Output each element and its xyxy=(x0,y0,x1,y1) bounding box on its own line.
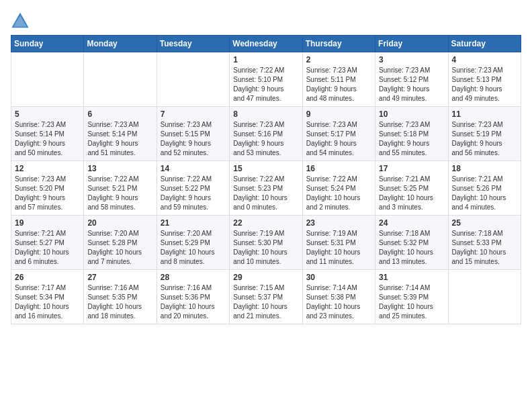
weekday-header: Monday xyxy=(84,36,157,52)
day-info: Sunrise: 7:22 AM Sunset: 5:23 PM Dayligh… xyxy=(233,175,298,212)
day-info: Sunrise: 7:14 AM Sunset: 5:38 PM Dayligh… xyxy=(306,283,371,321)
day-number: 8 xyxy=(233,109,298,119)
calendar-cell: 10Sunrise: 7:23 AM Sunset: 5:18 PM Dayli… xyxy=(375,107,448,161)
day-info: Sunrise: 7:18 AM Sunset: 5:33 PM Dayligh… xyxy=(452,229,517,267)
calendar-cell: 4Sunrise: 7:23 AM Sunset: 5:13 PM Daylig… xyxy=(448,52,521,107)
day-number: 6 xyxy=(87,109,152,119)
calendar-cell: 1Sunrise: 7:22 AM Sunset: 5:10 PM Daylig… xyxy=(230,52,302,107)
weekday-header: Wednesday xyxy=(230,36,302,52)
calendar-week-row: 1Sunrise: 7:22 AM Sunset: 5:10 PM Daylig… xyxy=(11,52,521,107)
calendar-cell: 5Sunrise: 7:23 AM Sunset: 5:14 PM Daylig… xyxy=(11,107,84,161)
day-info: Sunrise: 7:23 AM Sunset: 5:12 PM Dayligh… xyxy=(379,66,444,103)
day-number: 10 xyxy=(379,109,444,119)
day-number: 29 xyxy=(233,273,298,282)
day-info: Sunrise: 7:22 AM Sunset: 5:21 PM Dayligh… xyxy=(87,175,152,212)
day-number: 23 xyxy=(306,218,371,228)
calendar-cell: 13Sunrise: 7:22 AM Sunset: 5:21 PM Dayli… xyxy=(84,161,157,216)
day-info: Sunrise: 7:17 AM Sunset: 5:34 PM Dayligh… xyxy=(15,283,80,321)
calendar-cell xyxy=(448,270,521,324)
day-info: Sunrise: 7:14 AM Sunset: 5:39 PM Dayligh… xyxy=(379,283,444,321)
day-number: 16 xyxy=(306,164,371,173)
day-number: 31 xyxy=(379,273,444,282)
day-number: 15 xyxy=(233,164,298,173)
weekday-header: Friday xyxy=(375,36,448,52)
day-info: Sunrise: 7:20 AM Sunset: 5:28 PM Dayligh… xyxy=(87,229,152,267)
day-info: Sunrise: 7:23 AM Sunset: 5:18 PM Dayligh… xyxy=(379,120,444,158)
day-number: 17 xyxy=(379,164,444,173)
day-number: 2 xyxy=(306,55,371,64)
day-info: Sunrise: 7:21 AM Sunset: 5:27 PM Dayligh… xyxy=(15,229,80,267)
logo xyxy=(11,11,32,30)
day-info: Sunrise: 7:21 AM Sunset: 5:25 PM Dayligh… xyxy=(379,175,444,212)
day-info: Sunrise: 7:23 AM Sunset: 5:20 PM Dayligh… xyxy=(15,175,80,212)
day-number: 20 xyxy=(87,218,152,228)
calendar-cell: 15Sunrise: 7:22 AM Sunset: 5:23 PM Dayli… xyxy=(230,161,302,216)
day-info: Sunrise: 7:23 AM Sunset: 5:13 PM Dayligh… xyxy=(452,66,517,103)
calendar-cell: 26Sunrise: 7:17 AM Sunset: 5:34 PM Dayli… xyxy=(11,270,84,324)
calendar-cell: 16Sunrise: 7:22 AM Sunset: 5:24 PM Dayli… xyxy=(302,161,375,216)
day-number: 19 xyxy=(15,218,80,228)
calendar-cell: 9Sunrise: 7:23 AM Sunset: 5:17 PM Daylig… xyxy=(302,107,375,161)
day-info: Sunrise: 7:20 AM Sunset: 5:29 PM Dayligh… xyxy=(161,229,226,267)
calendar-cell: 27Sunrise: 7:16 AM Sunset: 5:35 PM Dayli… xyxy=(84,270,157,324)
calendar-cell: 17Sunrise: 7:21 AM Sunset: 5:25 PM Dayli… xyxy=(375,161,448,216)
calendar-week-row: 19Sunrise: 7:21 AM Sunset: 5:27 PM Dayli… xyxy=(11,216,521,270)
day-number: 4 xyxy=(452,55,517,64)
logo-icon xyxy=(11,11,30,30)
calendar-cell: 3Sunrise: 7:23 AM Sunset: 5:12 PM Daylig… xyxy=(375,52,448,107)
day-info: Sunrise: 7:22 AM Sunset: 5:22 PM Dayligh… xyxy=(161,175,226,212)
day-info: Sunrise: 7:19 AM Sunset: 5:30 PM Dayligh… xyxy=(233,229,298,267)
calendar-cell: 28Sunrise: 7:16 AM Sunset: 5:36 PM Dayli… xyxy=(157,270,229,324)
main-container: SundayMondayTuesdayWednesdayThursdayFrid… xyxy=(0,0,532,331)
calendar-week-row: 26Sunrise: 7:17 AM Sunset: 5:34 PM Dayli… xyxy=(11,270,521,324)
calendar-cell: 30Sunrise: 7:14 AM Sunset: 5:38 PM Dayli… xyxy=(302,270,375,324)
calendar-table: SundayMondayTuesdayWednesdayThursdayFrid… xyxy=(11,35,521,324)
calendar-cell: 22Sunrise: 7:19 AM Sunset: 5:30 PM Dayli… xyxy=(230,216,302,270)
day-info: Sunrise: 7:16 AM Sunset: 5:35 PM Dayligh… xyxy=(87,283,152,321)
day-number: 27 xyxy=(87,273,152,282)
day-info: Sunrise: 7:18 AM Sunset: 5:32 PM Dayligh… xyxy=(379,229,444,267)
day-number: 11 xyxy=(452,109,517,119)
day-number: 3 xyxy=(379,55,444,64)
calendar-cell xyxy=(157,52,229,107)
calendar-cell: 12Sunrise: 7:23 AM Sunset: 5:20 PM Dayli… xyxy=(11,161,84,216)
day-info: Sunrise: 7:16 AM Sunset: 5:36 PM Dayligh… xyxy=(161,283,226,321)
day-info: Sunrise: 7:21 AM Sunset: 5:26 PM Dayligh… xyxy=(452,175,517,212)
calendar-cell: 8Sunrise: 7:23 AM Sunset: 5:16 PM Daylig… xyxy=(230,107,302,161)
day-number: 13 xyxy=(87,164,152,173)
day-number: 24 xyxy=(379,218,444,228)
day-info: Sunrise: 7:23 AM Sunset: 5:14 PM Dayligh… xyxy=(87,120,152,158)
calendar-cell: 21Sunrise: 7:20 AM Sunset: 5:29 PM Dayli… xyxy=(157,216,229,270)
calendar-header-row: SundayMondayTuesdayWednesdayThursdayFrid… xyxy=(11,36,521,52)
day-number: 30 xyxy=(306,273,371,282)
day-info: Sunrise: 7:23 AM Sunset: 5:11 PM Dayligh… xyxy=(306,66,371,103)
day-number: 7 xyxy=(161,109,226,119)
weekday-header: Saturday xyxy=(448,36,521,52)
day-info: Sunrise: 7:23 AM Sunset: 5:19 PM Dayligh… xyxy=(452,120,517,158)
day-info: Sunrise: 7:22 AM Sunset: 5:10 PM Dayligh… xyxy=(233,66,298,103)
day-info: Sunrise: 7:23 AM Sunset: 5:17 PM Dayligh… xyxy=(306,120,371,158)
calendar-cell: 24Sunrise: 7:18 AM Sunset: 5:32 PM Dayli… xyxy=(375,216,448,270)
calendar-week-row: 5Sunrise: 7:23 AM Sunset: 5:14 PM Daylig… xyxy=(11,107,521,161)
calendar-cell: 25Sunrise: 7:18 AM Sunset: 5:33 PM Dayli… xyxy=(448,216,521,270)
calendar-cell: 7Sunrise: 7:23 AM Sunset: 5:15 PM Daylig… xyxy=(157,107,229,161)
day-number: 21 xyxy=(161,218,226,228)
calendar-cell: 11Sunrise: 7:23 AM Sunset: 5:19 PM Dayli… xyxy=(448,107,521,161)
day-info: Sunrise: 7:19 AM Sunset: 5:31 PM Dayligh… xyxy=(306,229,371,267)
day-number: 25 xyxy=(452,218,517,228)
day-info: Sunrise: 7:15 AM Sunset: 5:37 PM Dayligh… xyxy=(233,283,298,321)
calendar-cell: 6Sunrise: 7:23 AM Sunset: 5:14 PM Daylig… xyxy=(84,107,157,161)
weekday-header: Tuesday xyxy=(157,36,229,52)
calendar-cell: 20Sunrise: 7:20 AM Sunset: 5:28 PM Dayli… xyxy=(84,216,157,270)
weekday-header: Sunday xyxy=(11,36,84,52)
day-number: 9 xyxy=(306,109,371,119)
calendar-cell: 29Sunrise: 7:15 AM Sunset: 5:37 PM Dayli… xyxy=(230,270,302,324)
calendar-cell: 14Sunrise: 7:22 AM Sunset: 5:22 PM Dayli… xyxy=(157,161,229,216)
day-number: 18 xyxy=(452,164,517,173)
day-info: Sunrise: 7:23 AM Sunset: 5:14 PM Dayligh… xyxy=(15,120,80,158)
calendar-week-row: 12Sunrise: 7:23 AM Sunset: 5:20 PM Dayli… xyxy=(11,161,521,216)
day-number: 12 xyxy=(15,164,80,173)
day-number: 22 xyxy=(233,218,298,228)
day-number: 5 xyxy=(15,109,80,119)
day-info: Sunrise: 7:23 AM Sunset: 5:15 PM Dayligh… xyxy=(161,120,226,158)
